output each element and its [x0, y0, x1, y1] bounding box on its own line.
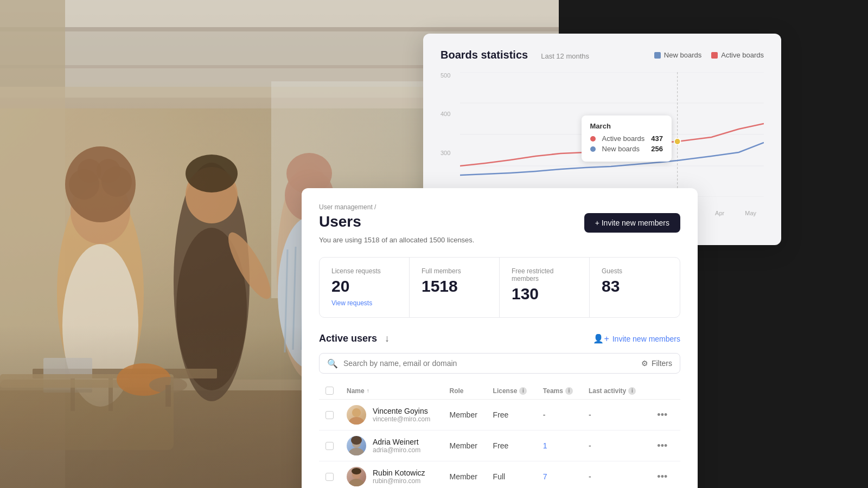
filters-label: Filters: [652, 359, 672, 368]
license-info-icon[interactable]: i: [519, 387, 527, 395]
legend-dot-active-boards: [711, 52, 718, 59]
tooltip-title: March: [590, 122, 663, 130]
legend-active-boards-label: Active boards: [721, 51, 764, 59]
role-rk: Member: [449, 472, 477, 481]
users-table: Name ↑ Role License i Teams i: [319, 382, 680, 488]
role-vg: Member: [449, 410, 477, 419]
search-input[interactable]: [343, 354, 641, 373]
y-label-500: 500: [441, 72, 460, 79]
avatar-vg: [347, 405, 366, 425]
activity-info-icon[interactable]: i: [628, 387, 636, 395]
svg-point-52: [351, 436, 362, 445]
teams-info-icon[interactable]: i: [565, 387, 573, 395]
row2-actions-button[interactable]: •••: [653, 439, 672, 453]
avatar-aw: [347, 436, 366, 455]
download-icon[interactable]: ↓: [385, 333, 390, 344]
activity-vg: -: [589, 410, 591, 419]
row1-actions-button[interactable]: •••: [653, 408, 672, 422]
chart-subtitle: Last 12 months: [541, 52, 589, 60]
svg-point-18: [186, 155, 238, 192]
tooltip-new-label: New boards: [602, 145, 645, 153]
filters-button[interactable]: ⚙ Filters: [641, 359, 672, 368]
col-last-activity-header: Last activity: [589, 387, 626, 395]
chart-header: Boards statistics Last 12 months New boa…: [441, 49, 764, 61]
col-name-label: Name: [347, 387, 365, 395]
license-aw: Free: [493, 441, 509, 450]
license-info: You are using 1518 of an allocated 1500 …: [319, 236, 680, 244]
active-users-left: Active users ↓: [319, 333, 390, 344]
license-rk: Full: [493, 472, 506, 481]
view-requests-link[interactable]: View requests: [331, 299, 372, 307]
filter-icon: ⚙: [641, 359, 648, 368]
svg-point-14: [97, 159, 120, 183]
stat-full-members: Full members 1518: [410, 258, 500, 317]
teams-rk[interactable]: 7: [543, 472, 547, 481]
stat-license-requests: License requests 20 View requests: [320, 258, 410, 317]
invite-new-members-link[interactable]: 👤+ Invite new members: [593, 333, 680, 344]
stat-license-requests-label: License requests: [331, 267, 397, 275]
user-name-vg: Vincente Goyins: [373, 407, 430, 415]
table-row: Adria Weinert adria@miro.com Member Free…: [319, 431, 680, 461]
invite-person-icon: 👤+: [593, 333, 609, 344]
stat-guests-label: Guests: [602, 267, 668, 275]
invite-link-label: Invite new members: [612, 335, 680, 343]
chart-area: 500 400 300 200 March A: [441, 72, 764, 208]
breadcrumb-text: User management /: [319, 203, 376, 211]
stat-full-members-value: 1518: [422, 278, 487, 294]
col-teams-header: Teams: [543, 387, 563, 395]
active-users-title: Active users: [319, 333, 377, 344]
y-label-300: 300: [441, 150, 460, 156]
svg-point-54: [349, 479, 364, 486]
tooltip-new-value: 256: [651, 145, 663, 153]
invite-new-members-button[interactable]: + Invite new members: [584, 213, 680, 233]
activity-rk: -: [589, 472, 591, 481]
users-panel: User management / Users + Invite new mem…: [302, 188, 698, 488]
teams-aw[interactable]: 1: [543, 441, 547, 450]
legend-new-boards-label: New boards: [664, 51, 701, 59]
tooltip-active-dot: [590, 136, 596, 142]
svg-point-51: [349, 448, 364, 455]
svg-point-55: [352, 468, 361, 474]
row3-actions-button[interactable]: •••: [653, 470, 672, 484]
table-row: Rubin Kotowicz rubin@miro.com Member Ful…: [319, 461, 680, 489]
breadcrumb: User management /: [319, 203, 680, 211]
tooltip-active-label: Active boards: [602, 134, 645, 143]
user-email-vg: vincente@miro.com: [373, 415, 430, 423]
legend-new-boards: New boards: [654, 51, 701, 59]
y-label-400: 400: [441, 111, 460, 117]
table-row: Vincente Goyins vincente@miro.com Member…: [319, 400, 680, 431]
search-bar: 🔍 ⚙ Filters: [319, 353, 680, 374]
svg-point-49: [349, 417, 364, 425]
svg-rect-1: [0, 0, 559, 27]
stat-free-restricted-label: Free restricted members: [512, 267, 577, 282]
page-title: Users: [319, 213, 361, 230]
user-info-aw: Adria Weinert adria@miro.com: [347, 436, 436, 455]
chart-tooltip: March Active boards 437 New boards 256: [582, 115, 672, 162]
user-info-rk: Rubin Kotowicz rubin@miro.com: [347, 467, 436, 486]
col-role-header: Role: [449, 387, 463, 395]
activity-aw: -: [589, 441, 591, 450]
tooltip-active-value: 437: [651, 134, 663, 143]
col-name-header[interactable]: Name ↑: [347, 387, 369, 395]
row3-checkbox[interactable]: [326, 473, 334, 481]
user-name-rk: Rubin Kotowicz: [373, 468, 425, 477]
legend-dot-new-boards: [654, 52, 661, 59]
row2-checkbox[interactable]: [326, 442, 334, 450]
tooltip-new-boards-row: New boards 256: [590, 145, 663, 153]
chart-title: Boards statistics: [441, 49, 528, 61]
role-aw: Member: [449, 441, 477, 450]
svg-point-47: [674, 138, 681, 145]
teams-vg: -: [543, 410, 546, 419]
stat-guests: Guests 83: [590, 258, 680, 317]
select-all-checkbox[interactable]: [326, 387, 334, 395]
search-icon: 🔍: [327, 358, 338, 369]
sort-icon: ↑: [367, 388, 369, 394]
avatar-rk: [347, 467, 366, 486]
col-license-header: License: [493, 387, 518, 395]
x-label-apr: Apr: [715, 210, 724, 216]
tooltip-active-boards-row: Active boards 437: [590, 134, 663, 143]
row1-checkbox[interactable]: [326, 411, 334, 419]
stat-free-restricted-value: 130: [512, 286, 577, 302]
tooltip-new-dot: [590, 146, 596, 152]
stats-row: License requests 20 View requests Full m…: [319, 257, 680, 318]
